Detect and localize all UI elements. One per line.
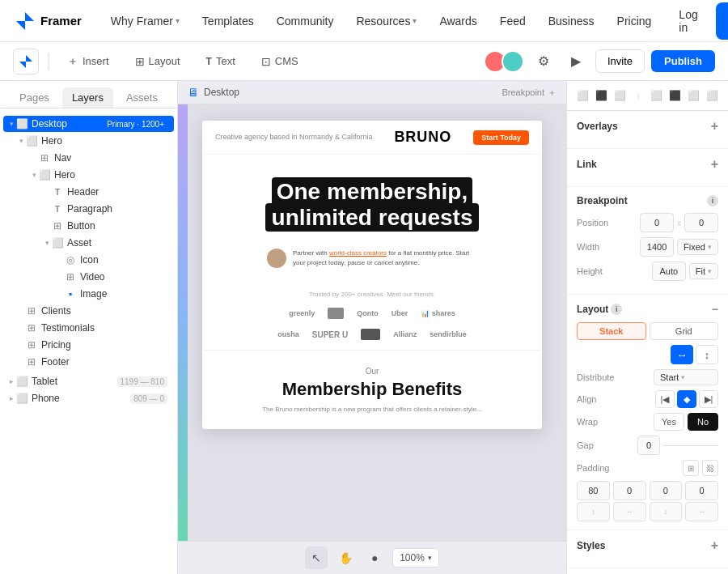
insert-button[interactable]: ＋ Insert	[59, 50, 117, 73]
layer-desktop[interactable]: ▾ ⬜ Desktop Primary · 1200+	[3, 116, 174, 132]
padding-left-input[interactable]: 0	[685, 481, 718, 500]
nav-item-feed[interactable]: Feed	[490, 10, 535, 32]
align-center-btn[interactable]: ◆	[677, 390, 696, 408]
layer-pricing[interactable]: ▾ ⊞ Pricing	[3, 337, 174, 353]
layer-button[interactable]: ▾ ⊞ Button	[3, 218, 174, 234]
stack-type-btn[interactable]: Stack	[577, 322, 646, 340]
tab-layers[interactable]: Layers	[62, 87, 113, 108]
layout-section: Layout i − Stack Grid x ↔ ↕	[567, 295, 728, 530]
layer-asset[interactable]: ▾ ⬜ Asset	[3, 235, 174, 251]
nav-logo[interactable]: Framer	[16, 12, 82, 30]
nav-item-why-framer[interactable]: Why Framer ▾	[101, 10, 189, 32]
layer-testimonials[interactable]: ▾ ⊞ Testimonials	[3, 320, 174, 336]
nav-item-community[interactable]: Community	[267, 10, 344, 32]
align-right-icon[interactable]: ⬜	[611, 86, 629, 105]
width-row: Width 1400 Fixed ▾	[577, 237, 718, 257]
distribute-select[interactable]: Start ▾	[654, 369, 718, 385]
logo-sendirblue: sendirblue	[430, 330, 467, 338]
hand-tool[interactable]: ✋	[334, 546, 357, 569]
position-y-input[interactable]: 0	[684, 213, 718, 232]
add-style-button[interactable]: +	[711, 538, 718, 553]
distribute-v-icon[interactable]: ⬛	[666, 86, 684, 105]
layer-nav[interactable]: ▾ ⊞ Nav	[3, 150, 174, 166]
invite-button[interactable]: Invite	[595, 49, 645, 73]
hero-sub: Partner with world-class creators for a …	[267, 249, 477, 268]
preview-logo-text: BRUNO	[394, 129, 451, 146]
position-x-input[interactable]: 0	[640, 213, 674, 232]
add-overlay-button[interactable]: +	[711, 119, 718, 134]
wrap-no-btn[interactable]: No	[688, 413, 718, 431]
nav-item-templates[interactable]: Templates	[193, 10, 264, 32]
direction-h-btn[interactable]: ↔	[671, 345, 693, 364]
breakpoint-badge[interactable]: Breakpoint ＋	[502, 87, 557, 99]
link-header: Link +	[577, 157, 718, 172]
layout-button[interactable]: ⊞ Layout	[127, 51, 188, 72]
layer-hero-1[interactable]: ▾ ⬜ Hero	[3, 133, 174, 149]
padding-top-input[interactable]: 80	[577, 481, 610, 500]
align-top-icon[interactable]: ⬜	[684, 86, 703, 105]
preview-agency-info: Creative agency based in Normandy & Cali…	[215, 133, 373, 142]
play-icon[interactable]: ▶	[563, 49, 589, 74]
nav-item-awards[interactable]: Awards	[430, 10, 486, 32]
alignment-toolbar: ⬜ ⬛ ⬜ | ⬜ ⬛ ⬜ ⬜	[567, 81, 728, 111]
layer-clients[interactable]: ▾ ⊞ Clients	[3, 303, 174, 319]
layer-hero-2[interactable]: ▾ ⬜ Hero	[3, 167, 174, 183]
align-left-icon[interactable]: ⬜	[574, 86, 592, 105]
collapse-layout-icon[interactable]: −	[712, 303, 718, 316]
nav-item-pricing[interactable]: Pricing	[607, 10, 662, 32]
height-values: Auto Fit ▾	[652, 261, 718, 281]
layer-phone[interactable]: ▸ ⬜ Phone 809 — 0	[3, 390, 174, 406]
logo-qonto: Qonto	[357, 309, 379, 317]
cursor-tool[interactable]: ↖	[305, 546, 328, 569]
log-in-button[interactable]: Log in	[667, 3, 709, 39]
padding-right-input[interactable]: 0	[613, 481, 646, 500]
tab-assets[interactable]: Assets	[116, 87, 167, 108]
distribute-h-icon[interactable]: ⬜	[648, 86, 667, 105]
chevron-down-icon: ▾	[708, 243, 712, 251]
padding-linked-btn[interactable]: ⛓	[702, 460, 718, 476]
align-bottom-icon[interactable]: ⬜	[703, 86, 722, 105]
height-mode-select[interactable]: Fit ▾	[689, 263, 718, 279]
padding-individual-btn[interactable]: ⊞	[683, 460, 699, 476]
layer-icon[interactable]: ▾ ◎ Icon	[3, 252, 174, 268]
gap-value-input[interactable]: 0	[637, 436, 660, 455]
wrap-yes-btn[interactable]: Yes	[654, 413, 684, 431]
layer-image[interactable]: ▾ ▪ Image	[3, 286, 174, 302]
toolbar-separator	[49, 53, 49, 70]
preview-cta-btn[interactable]: Start Today	[473, 130, 529, 145]
publish-button[interactable]: Publish	[651, 50, 715, 72]
settings-icon[interactable]: ⚙	[531, 49, 557, 74]
membership-title: Membership Benefits	[222, 379, 523, 400]
sign-up-button[interactable]: Sign up	[716, 2, 728, 40]
width-mode-select[interactable]: Fixed ▾	[677, 239, 718, 255]
nav-item-business[interactable]: Business	[539, 10, 604, 32]
tab-pages[interactable]: Pages	[10, 87, 59, 108]
layer-tablet[interactable]: ▸ ⬜ Tablet 1199 — 810	[3, 373, 174, 389]
layer-header[interactable]: ▾ T Header	[3, 184, 174, 200]
add-link-button[interactable]: +	[711, 157, 718, 172]
zoom-control[interactable]: 100% ▾	[392, 548, 439, 568]
preview-logos-row1: greenly Qonto Uber 📊 shares	[202, 301, 542, 325]
direction-v-btn[interactable]: ↕	[696, 345, 718, 364]
position-row: Position 0 x 0	[577, 213, 718, 232]
align-center-icon[interactable]: ⬛	[592, 86, 611, 105]
layer-paragraph[interactable]: ▾ T Paragraph	[3, 201, 174, 217]
grid-type-btn[interactable]: Grid	[650, 322, 719, 340]
canvas-content[interactable]: Creative agency based in Normandy & Cali…	[178, 104, 566, 541]
height-value-input[interactable]: Auto	[652, 261, 686, 281]
align-end-btn[interactable]: ▶|	[699, 390, 718, 408]
align-start-btn[interactable]: |◀	[655, 390, 675, 408]
cms-button[interactable]: ⊡ CMS	[253, 51, 307, 72]
frame-icon: ⬜	[39, 169, 50, 181]
width-value-input[interactable]: 1400	[640, 237, 674, 257]
preview-nav: Creative agency based in Normandy & Cali…	[202, 121, 542, 155]
image-icon: ▪	[65, 288, 76, 300]
padding-bottom-input[interactable]: 0	[650, 481, 683, 500]
nav-item-resources[interactable]: Resources ▾	[346, 10, 426, 32]
layer-footer[interactable]: ▾ ⊞ Footer	[3, 354, 174, 370]
layer-video[interactable]: ▾ ⊞ Video	[3, 269, 174, 285]
toolbar-framer-btn[interactable]	[13, 49, 39, 74]
comment-tool[interactable]: ●	[363, 546, 386, 569]
text-button[interactable]: T Text	[198, 51, 243, 71]
breakpoint-header: Breakpoint i	[577, 195, 718, 206]
